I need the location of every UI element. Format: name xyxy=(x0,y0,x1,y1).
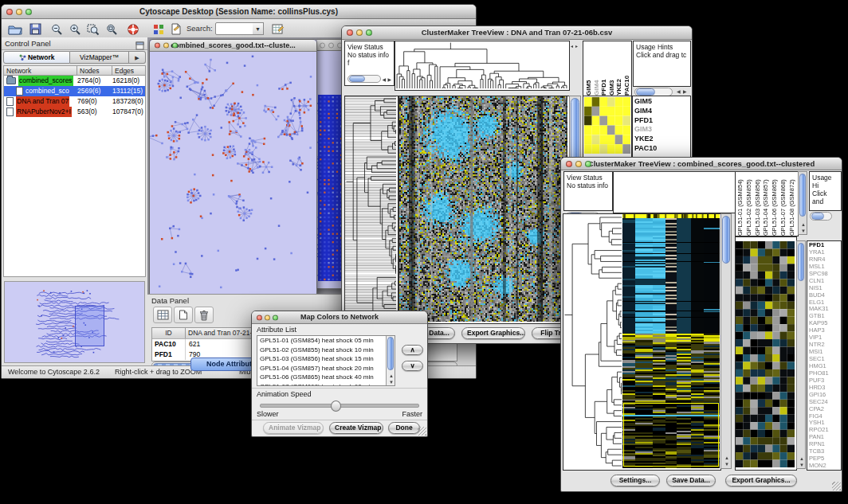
animation-speed-label: Animation Speed xyxy=(257,390,312,398)
tv1-status-scrollbar[interactable] xyxy=(347,75,381,83)
tv2-collabel-scrollbar[interactable]: ▲▼ xyxy=(798,171,807,235)
attribute-editor-icon[interactable] xyxy=(269,21,287,37)
minimize-icon[interactable] xyxy=(328,42,334,48)
col-header-nodes[interactable]: Nodes xyxy=(77,66,112,75)
close-icon[interactable] xyxy=(6,9,13,15)
tv2-usage-scrollbar[interactable] xyxy=(810,212,832,221)
main-title-bar[interactable]: Cytoscape Desktop (Session Name: collins… xyxy=(2,5,476,19)
search-input[interactable] xyxy=(215,22,253,35)
tv2-zoom-matrix-panel[interactable] xyxy=(735,236,797,471)
tv2-column-dendrogram[interactable] xyxy=(613,171,736,213)
tv2-col-label: GPL51-06 (GSM865) xyxy=(771,172,779,236)
tv2-col-label: GPL51-04 (GSM857) xyxy=(762,172,771,236)
attribute-list-scrollbar[interactable]: ▲▼ xyxy=(386,336,395,385)
attribute-list-item[interactable]: GPL51-01 (GSM854) heat shock 05 min xyxy=(257,336,385,346)
minimize-icon[interactable] xyxy=(16,9,22,15)
network-view-title: combined_scores_good.txt--cluste... xyxy=(171,41,296,49)
minimize-icon[interactable] xyxy=(356,29,363,36)
network-row[interactable]: RNAPuberNov2+I563(0)107847(0) xyxy=(4,107,145,117)
data-col-id[interactable]: ID xyxy=(152,328,186,338)
tv1-col-label: GIM3 xyxy=(608,41,616,96)
tv1-heatmap[interactable] xyxy=(398,96,570,324)
network-overview-canvas[interactable] xyxy=(5,282,144,362)
tv2-zoom-row-labels: PFD1YRA1RNR4MSL1SPC98CLN1NIS1BUD4ELG1MAK… xyxy=(807,240,842,471)
attribute-list-item[interactable]: GPL51-04 (GSM857) heat shock 20 min xyxy=(257,364,385,373)
tv2-row-label[interactable]: MON2 xyxy=(807,463,841,470)
zoom-in-icon[interactable] xyxy=(66,21,84,37)
tv2-vscrollbar[interactable]: ▲▼ xyxy=(720,213,732,469)
tv2-matrix-scrollbar[interactable]: ▲▼ xyxy=(796,240,806,469)
col-header-edges[interactable]: Edges xyxy=(112,66,145,75)
attribute-list-item[interactable]: GPL51-02 (GSM855) heat shock 10 min xyxy=(257,346,385,355)
tab-network[interactable]: Network xyxy=(3,51,70,64)
zoom-window-icon[interactable] xyxy=(273,315,278,320)
delete-attribute-icon[interactable] xyxy=(194,307,214,323)
done-button[interactable]: Done xyxy=(388,422,420,434)
export-graphics-button[interactable]: Export Graphics... xyxy=(461,327,525,339)
tab-vizmapper[interactable]: VizMapper™ xyxy=(70,51,129,64)
tv2-col-label: GPL51-01 (GSM854) xyxy=(736,172,745,236)
zoom-window-icon[interactable] xyxy=(366,29,372,36)
network-view-canvas[interactable] xyxy=(150,52,315,294)
minimize-icon[interactable] xyxy=(575,161,582,167)
minimize-icon[interactable] xyxy=(163,43,169,49)
tv1-row-label: PAC10 xyxy=(633,144,690,154)
create-vizmap-button[interactable]: Create Vizmap xyxy=(329,422,383,434)
move-down-button[interactable]: ∨ xyxy=(402,361,423,371)
zoom-window-icon[interactable] xyxy=(585,161,591,167)
annotation-icon[interactable] xyxy=(167,21,185,37)
tv2-col-label: GPL51-03 (GSM856) xyxy=(754,172,763,236)
tv1-row-label: GIM5 xyxy=(633,97,690,107)
save-session-icon[interactable] xyxy=(26,21,44,37)
attribute-list-item[interactable]: GPL51-03 (GSM856) heat shock 15 min xyxy=(257,354,385,364)
save-data-button[interactable]: Save Data... xyxy=(666,475,716,486)
search-dropdown-icon[interactable]: ▼ xyxy=(253,22,264,35)
attribute-list-item[interactable]: GPL51-06 (GSM865) heat shock 40 min xyxy=(257,373,385,382)
map-dialog-title: Map Colors to Network xyxy=(300,313,379,321)
move-up-button[interactable]: ∧ xyxy=(402,345,423,355)
network-row[interactable]: DNA and Tran 07769(0)183728(0) xyxy=(4,96,145,107)
attribute-table-icon[interactable] xyxy=(153,307,172,323)
close-icon[interactable] xyxy=(257,315,262,320)
tv2-heatmap[interactable] xyxy=(622,213,721,471)
animate-vizmap-button[interactable]: Animate Vizmap xyxy=(263,422,324,434)
zoom-window-icon[interactable] xyxy=(26,9,32,15)
close-icon[interactable] xyxy=(347,29,353,36)
zoom-selected-icon[interactable] xyxy=(84,21,102,37)
open-file-icon[interactable] xyxy=(6,21,24,37)
tv2-col-label: GPL51-08 (GSM872) xyxy=(788,172,797,236)
tv2-row-dendrogram[interactable] xyxy=(563,213,624,471)
tv1-top-spacer: ◂▸ xyxy=(569,41,581,89)
tv1-row-dendrogram[interactable] xyxy=(344,96,398,324)
new-attribute-icon[interactable] xyxy=(174,307,193,323)
settings-button[interactable]: Settings... xyxy=(610,475,660,486)
export-graphics-button[interactable]: Export Graphics... xyxy=(725,475,797,486)
tv1-col-label: PFD1 xyxy=(600,41,608,96)
slower-label: Slower xyxy=(257,410,279,418)
animation-speed-slider[interactable] xyxy=(260,404,419,408)
slider-thumb[interactable] xyxy=(331,400,341,412)
attribute-list-item[interactable]: GPL51-07 (GSM868) heat shock 60 min xyxy=(257,382,385,387)
document-icon xyxy=(6,107,14,116)
attribute-list[interactable]: GPL51-01 (GSM854) heat shock 05 minGPL51… xyxy=(257,335,395,386)
close-icon[interactable] xyxy=(320,42,325,48)
zoom-out-icon[interactable] xyxy=(48,21,65,37)
network-row[interactable]: combined_sco2569(6)13112(15) xyxy=(4,86,145,96)
network-overview-panel[interactable] xyxy=(4,281,145,363)
treeview2-window: ClusterMaker TreeView : combined_scores_… xyxy=(560,157,842,492)
zoom-window-icon[interactable] xyxy=(172,43,178,49)
help-lifesaver-icon[interactable] xyxy=(124,21,142,37)
tab-overflow-icon[interactable]: ▶ xyxy=(129,51,146,64)
tv1-col-label: YKE2 xyxy=(615,41,623,96)
network-row[interactable]: combined_scores2764(0)16218(0) xyxy=(4,76,145,86)
minimize-icon[interactable] xyxy=(265,315,270,320)
document-icon xyxy=(16,87,23,96)
network-view-window[interactable]: combined_scores_good.txt--cluste... xyxy=(149,39,317,294)
close-icon[interactable] xyxy=(566,161,572,167)
vizmapper-icon[interactable] xyxy=(150,21,167,37)
window-controls[interactable] xyxy=(6,9,32,15)
col-header-network[interactable]: Network xyxy=(4,66,77,75)
tv1-column-dendrogram[interactable] xyxy=(395,41,570,91)
zoom-fit-icon[interactable] xyxy=(103,21,120,37)
close-icon[interactable] xyxy=(155,43,160,49)
